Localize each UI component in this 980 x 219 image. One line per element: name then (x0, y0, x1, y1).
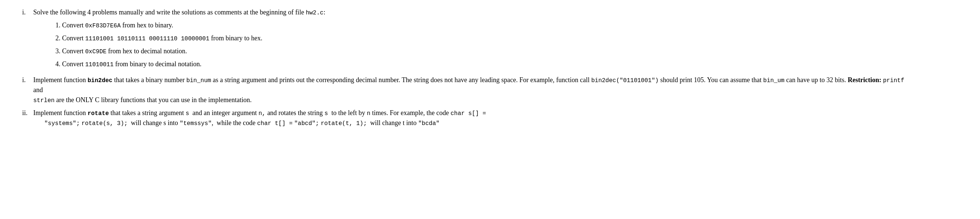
filename: hw2.c (305, 10, 323, 16)
page-content: i. Solve the following 4 problems manual… (22, 7, 909, 128)
bin-um-arg: bin_um (763, 77, 784, 84)
abcd-str: "abcd"; (294, 120, 319, 127)
printf-func: printf (883, 77, 904, 84)
numbered-list: 1. Convert 0xF83D7E6A from hex to binary… (56, 20, 909, 69)
rotate-s-call: rotate(s, 3); (82, 120, 128, 127)
rotate-t-call: rotate(t, 1); (321, 120, 367, 127)
section-ii: i. Implement function bin2dec that takes… (22, 75, 909, 105)
item-3-code: 0xC9DE (85, 48, 107, 55)
example-call: bin2dec("01101001") (591, 77, 659, 84)
section-i: i. Solve the following 4 problems manual… (22, 7, 909, 72)
roman-label-i: i. (22, 7, 33, 72)
section-iii: ii. Implement function rotate that takes… (22, 108, 909, 128)
bcda-str: "bcda" (418, 120, 440, 127)
section-ii-text2: strlen are the ONLY C library functions … (33, 96, 251, 104)
n-arg: n, (258, 110, 265, 117)
section-iii-content: Implement function rotate that takes a s… (33, 108, 909, 128)
bin2dec-func: bin2dec (88, 77, 112, 84)
numbered-item-1: 1. Convert 0xF83D7E6A from hex to binary… (56, 20, 909, 30)
bin-num-arg: bin_num (186, 77, 211, 84)
roman-label-iii: ii. (22, 108, 33, 128)
systems-str: "systems"; (45, 120, 80, 127)
s-arg: s (186, 110, 189, 117)
restriction-label: Restriction: (848, 76, 881, 84)
temssys-str: "temssys" (180, 120, 212, 127)
item-2-code: 11101001 10110111 00011110 10000001 (85, 35, 210, 42)
item-3-num: 3. Convert 0xC9DE from hex to decimal no… (56, 47, 187, 55)
item-1-num: 1. Convert 0xF83D7E6A from hex to binary… (56, 21, 173, 29)
section-i-intro: Solve the following 4 problems manually … (33, 8, 325, 16)
section-ii-text: Implement function bin2dec that takes a … (33, 76, 904, 94)
item-2-num: 2. Convert 11101001 10110111 00011110 10… (56, 34, 262, 42)
numbered-item-4: 4. Convert 11010011 from binary to decim… (56, 59, 909, 69)
section-i-content: Solve the following 4 problems manually … (33, 7, 909, 72)
numbered-item-3: 3. Convert 0xC9DE from hex to decimal no… (56, 46, 909, 56)
item-4-num: 4. Convert 11010011 from binary to decim… (56, 60, 201, 68)
code-char-s: char s[] = (450, 110, 486, 117)
numbered-item-2: 2. Convert 11101001 10110111 00011110 10… (56, 33, 909, 43)
n-arg2: n (367, 110, 371, 117)
section-ii-content: Implement function bin2dec that takes a … (33, 75, 909, 105)
rotate-func: rotate (88, 110, 109, 117)
strlen-func: strlen (33, 97, 55, 104)
section-iii-text: Implement function rotate that takes a s… (33, 109, 486, 117)
section-iii-line2: "systems"; rotate(s, 3); will change s i… (45, 119, 439, 126)
item-4-code: 11010011 (85, 61, 114, 68)
code-char-t: char t[] = (257, 120, 293, 127)
s-arg2: s (325, 110, 328, 117)
roman-label-ii: i. (22, 75, 33, 105)
item-1-code: 0xF83D7E6A (85, 22, 121, 29)
